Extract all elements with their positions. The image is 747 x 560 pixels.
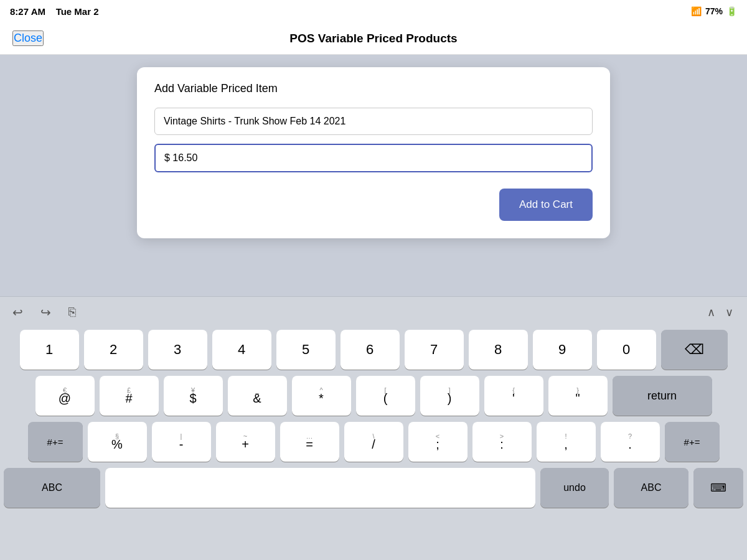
keyboard-toolbar: ↩ ↪ ⎘ ∧ ∨ — [0, 296, 747, 327]
number-row: 1 2 3 4 5 6 7 8 9 0 ⌫ — [4, 330, 743, 370]
key-switch-1[interactable]: #+= — [28, 422, 83, 462]
key-minus[interactable]: | - — [152, 422, 211, 462]
key-6[interactable]: 6 — [341, 330, 400, 370]
key-undo[interactable]: undo — [540, 468, 609, 508]
key-at[interactable]: € @ — [35, 376, 95, 416]
key-3[interactable]: 3 — [148, 330, 207, 370]
symbol-row-2: #+= § % | - ~ + … = \ / < ; — [4, 422, 743, 462]
key-equals[interactable]: … = — [280, 422, 339, 462]
redo-button[interactable]: ↪ — [38, 302, 54, 322]
key-colon[interactable]: > : — [472, 422, 532, 462]
add-to-cart-button[interactable]: Add to Cart — [499, 189, 593, 221]
bottom-row: ABC undo ABC ⌨ — [4, 468, 743, 508]
key-question[interactable]: ? . — [601, 422, 660, 462]
key-0[interactable]: 0 — [597, 330, 656, 370]
modal-title: Add Variable Priced Item — [154, 82, 593, 95]
symbol-row-1: € @ £ # ¥ $ _ & ^ * [ ( — [4, 376, 743, 416]
chevron-up-button[interactable]: ∧ — [703, 303, 719, 322]
status-time: 8:27 AM — [10, 6, 45, 17]
key-semicolon[interactable]: < ; — [408, 422, 467, 462]
main-area: Add Variable Priced Item Add to Cart — [0, 55, 747, 296]
key-return[interactable]: return — [613, 376, 712, 416]
key-percent[interactable]: § % — [88, 422, 147, 462]
modal-footer: Add to Cart — [154, 189, 593, 221]
key-dollar[interactable]: ¥ $ — [164, 376, 223, 416]
key-ampersand[interactable]: _ & — [228, 376, 287, 416]
clipboard-button[interactable]: ⎘ — [66, 302, 78, 322]
status-date: Tue Mar 2 — [56, 6, 99, 17]
item-name-input[interactable] — [154, 108, 593, 135]
key-quote[interactable]: } " — [548, 376, 608, 416]
key-open-paren[interactable]: [ ( — [356, 376, 415, 416]
keyboard-area: ↩ ↪ ⎘ ∧ ∨ 1 2 3 4 5 6 7 8 9 0 ⌫ € @ — [0, 296, 747, 560]
key-switch-2[interactable]: #+= — [665, 422, 720, 462]
key-asterisk[interactable]: ^ * — [292, 376, 351, 416]
undo-button[interactable]: ↩ — [10, 302, 26, 322]
key-8[interactable]: 8 — [469, 330, 528, 370]
key-7[interactable]: 7 — [405, 330, 464, 370]
key-backspace[interactable]: ⌫ — [661, 330, 728, 370]
key-close-paren[interactable]: ] ) — [420, 376, 479, 416]
battery-icon: 🔋 — [726, 6, 737, 16]
key-abc-left[interactable]: ABC — [4, 468, 100, 508]
toolbar-right: ∧ ∨ — [703, 303, 737, 322]
key-abc-right[interactable]: ABC — [614, 468, 688, 508]
key-exclaim[interactable]: ! , — [537, 422, 596, 462]
battery-percent: 77% — [705, 6, 723, 16]
toolbar-left: ↩ ↪ ⎘ — [10, 302, 78, 322]
page-title: POS Variable Priced Products — [289, 32, 457, 45]
key-apostrophe[interactable]: { ' — [484, 376, 543, 416]
key-space[interactable] — [105, 468, 535, 508]
nav-bar: Close POS Variable Priced Products — [0, 22, 747, 55]
status-right: 📶 77% 🔋 — [691, 6, 737, 16]
modal-card: Add Variable Priced Item Add to Cart — [137, 67, 610, 238]
keyboard: 1 2 3 4 5 6 7 8 9 0 ⌫ € @ £ # ¥ $ — [0, 327, 747, 513]
keyboard-dismiss-button[interactable]: ⌨ — [693, 468, 743, 508]
status-time-date: 8:27 AM Tue Mar 2 — [10, 6, 99, 17]
key-hash[interactable]: £ # — [100, 376, 159, 416]
key-4[interactable]: 4 — [212, 330, 271, 370]
key-slash[interactable]: \ / — [344, 422, 403, 462]
chevron-down-button[interactable]: ∨ — [721, 303, 737, 322]
key-plus[interactable]: ~ + — [216, 422, 275, 462]
wifi-icon: 📶 — [691, 6, 702, 16]
key-9[interactable]: 9 — [533, 330, 592, 370]
key-5[interactable]: 5 — [276, 330, 336, 370]
close-button[interactable]: Close — [12, 30, 44, 46]
key-2[interactable]: 2 — [84, 330, 143, 370]
key-1[interactable]: 1 — [20, 330, 79, 370]
status-bar: 8:27 AM Tue Mar 2 📶 77% 🔋 — [0, 0, 747, 22]
price-input[interactable] — [154, 144, 593, 172]
